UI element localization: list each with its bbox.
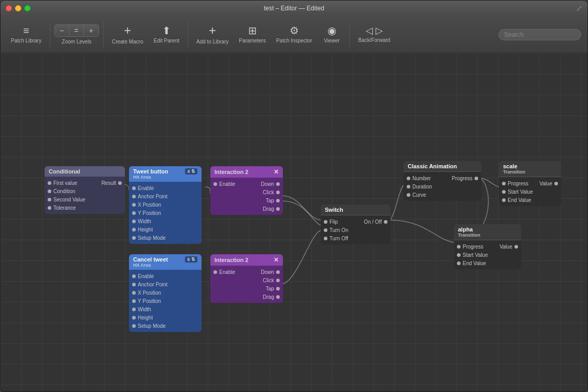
cancel-tweet-node[interactable]: Cancel tweet Hit Area 6 ⇅ Enable Anchor … xyxy=(129,254,202,332)
back-forward-icon: ◁ ▷ xyxy=(366,26,383,35)
port-start-value: Start Value xyxy=(454,251,521,259)
port-click-out: Click xyxy=(210,188,283,196)
switch-node[interactable]: Switch Flip On / Off Turn On Turn Off xyxy=(321,205,391,244)
port-dot-out xyxy=(475,177,478,180)
port-dot-out xyxy=(276,295,280,299)
switch-header: Switch xyxy=(321,205,391,215)
close-button[interactable] xyxy=(6,5,12,11)
port-label-condition: Condition xyxy=(53,188,75,194)
editor-canvas[interactable]: Conditional First value Result xyxy=(1,53,587,391)
parameters-button[interactable]: ⊞ Parameters xyxy=(235,22,270,47)
port-width: Width xyxy=(129,305,202,313)
cancel-tweet-badge: 6 ⇅ xyxy=(185,256,197,263)
conditional-header: Conditional xyxy=(45,166,125,177)
port-start-value: Start Value xyxy=(499,187,561,196)
port-end-value: End Value xyxy=(499,196,561,204)
port-dot-in xyxy=(48,190,51,193)
port-dot-in xyxy=(213,182,217,186)
alpha-subtitle: Transition xyxy=(458,233,480,238)
add-to-library-button[interactable]: + Add to Library xyxy=(192,21,233,48)
port-setup-mode: Setup Mode xyxy=(129,234,202,242)
port-progress: Progress Value xyxy=(499,179,561,187)
port-dot-in xyxy=(132,186,136,190)
patch-library-button[interactable]: ≡ Patch Library xyxy=(7,22,46,47)
port-dot-in xyxy=(132,283,136,286)
tweet-button-badge: 4 ⇅ xyxy=(185,168,197,175)
port-turn-off: Turn Off xyxy=(321,234,391,242)
port-first-value: First value Result xyxy=(45,179,125,187)
port-x-position: X Position xyxy=(129,200,202,209)
add-to-library-label: Add to Library xyxy=(196,39,228,45)
port-height: Height xyxy=(129,313,202,322)
conditional-body: First value Result Condition xyxy=(45,177,125,214)
maximize-button[interactable] xyxy=(24,5,31,11)
port-tolerance: Tolerance xyxy=(45,204,125,212)
edit-parent-icon: ⬆ xyxy=(162,25,171,36)
port-dot-out xyxy=(276,182,280,186)
port-dot-out xyxy=(276,199,280,202)
port-dot-in xyxy=(502,190,506,194)
cancel-tweet-header: Cancel tweet Hit Area 6 ⇅ xyxy=(129,254,202,270)
create-macro-button[interactable]: + Create Macro xyxy=(108,21,148,48)
tweet-button-header: Tweet button Hit Area 4 ⇅ xyxy=(129,166,202,182)
alpha-node[interactable]: alpha Transition Progress Value Start Va… xyxy=(454,224,521,269)
zoom-buttons: − = + xyxy=(54,24,99,37)
interaction2-top-header: Interaction 2 ✕ xyxy=(210,166,283,178)
minimize-button[interactable] xyxy=(15,5,21,11)
port-dot-in xyxy=(132,299,136,303)
back-forward-button[interactable]: ◁ ▷ Back/Forward xyxy=(354,23,394,46)
port-dot-in xyxy=(132,308,136,311)
edit-parent-button[interactable]: ⬆ Edit Parent xyxy=(150,22,183,47)
patch-library-label: Patch Library xyxy=(11,38,41,43)
tweet-button-body: Enable Anchor Point X Position Y Positio… xyxy=(129,182,202,244)
alpha-body: Progress Value Start Value End Value xyxy=(454,240,521,269)
scale-title: scale xyxy=(503,163,525,169)
patch-inspector-button[interactable]: ⚙ Patch Inspector xyxy=(272,22,316,47)
port-x-position: X Position xyxy=(129,288,202,297)
port-dot-in xyxy=(502,198,506,202)
port-dot-in xyxy=(324,220,327,224)
port-dot-out xyxy=(276,207,280,211)
port-enable: Enable xyxy=(129,184,202,192)
classic-animation-title: Classic Animation xyxy=(408,163,457,169)
viewer-button[interactable]: ◉ Viewer xyxy=(318,22,345,47)
tweet-button-node[interactable]: Tweet button Hit Area 4 ⇅ Enable Anchor … xyxy=(129,166,202,244)
port-dot-in xyxy=(48,206,51,210)
conditional-node[interactable]: Conditional First value Result xyxy=(45,166,125,214)
viewer-icon: ◉ xyxy=(327,25,336,36)
port-y-position: Y Position xyxy=(129,297,202,305)
create-macro-label: Create Macro xyxy=(112,39,144,45)
port-dot-in xyxy=(407,185,410,188)
port-dot-in xyxy=(132,236,136,240)
zoom-minus-button[interactable]: − xyxy=(55,25,69,36)
search-input[interactable] xyxy=(498,29,581,40)
port-end-value: End Value xyxy=(454,259,521,267)
interaction2-bottom-header: Interaction 2 ✕ xyxy=(210,254,283,266)
port-dot-out xyxy=(554,182,558,185)
port-dot-in xyxy=(132,220,136,223)
zoom-equals-button[interactable]: = xyxy=(69,25,84,36)
toolbar-separator-3 xyxy=(188,22,188,48)
resize-icon: ⤢ xyxy=(576,4,582,12)
patch-inspector-icon: ⚙ xyxy=(290,25,299,36)
port-duration: Duration xyxy=(404,182,481,191)
port-label-tolerance: Tolerance xyxy=(53,205,76,211)
port-tap-out: Tap xyxy=(210,284,283,293)
port-second-value: Second Value xyxy=(45,195,125,204)
interaction2-bottom-node[interactable]: Interaction 2 ✕ Enable Down Click Tap xyxy=(210,254,283,303)
tweet-button-title: Tweet button xyxy=(133,168,168,175)
interaction2-top-node[interactable]: Interaction 2 ✕ Enable Down Click Tap xyxy=(210,166,283,215)
port-dot-in xyxy=(132,228,136,231)
zoom-plus-button[interactable]: + xyxy=(84,25,98,36)
port-label-result: Result xyxy=(102,180,116,186)
conditional-title: Conditional xyxy=(49,168,80,175)
port-turn-on: Turn On xyxy=(321,226,391,234)
port-y-position: Y Position xyxy=(129,209,202,217)
classic-animation-node[interactable]: Classic Animation Number Progress Durati… xyxy=(404,161,481,201)
port-dot-in xyxy=(48,198,51,201)
scale-node[interactable]: scale Transition Progress Value Start Va… xyxy=(499,161,561,206)
switch-body: Flip On / Off Turn On Turn Off xyxy=(321,215,391,244)
port-label-first-value: First value xyxy=(53,180,77,186)
cancel-tweet-body: Enable Anchor Point X Position Y Positio… xyxy=(129,270,202,332)
add-to-library-icon: + xyxy=(209,24,216,37)
